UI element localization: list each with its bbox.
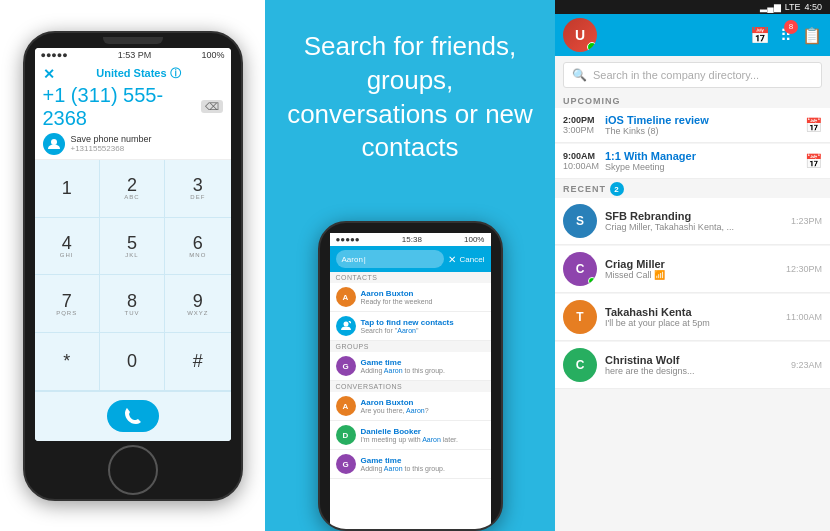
recent-msg-takahashi: I'll be at your place at 5pm <box>605 318 745 328</box>
right-lte: LTE <box>785 2 801 12</box>
upcoming-calendar-icon-2: 📅 <box>805 153 822 169</box>
recent-item-sfb[interactable]: S SFB Rebranding Criag Miller, Takahashi… <box>555 198 830 245</box>
recent-avatar-takahashi: T <box>563 300 597 334</box>
upcoming-calendar-icon-1: 📅 <box>805 117 822 133</box>
middle-phone-container: ●●●●● 15:38 100% Aaron | ✕ Cancel Contac… <box>318 185 503 531</box>
mid-search-text: Aaron <box>342 255 363 264</box>
search-placeholder: Search in the company directory... <box>593 69 759 81</box>
right-signal: ▂▄▆ <box>760 2 780 12</box>
home-button[interactable] <box>108 445 158 495</box>
svg-point-0 <box>51 139 57 145</box>
left-phone-section: ●●●●● 1:53 PM 100% ✕ United States ⓘ +1 … <box>0 0 265 531</box>
upcoming-times-1: 2:00PM 3:00PM <box>563 115 605 135</box>
mid-avatar-conv-aaron: A <box>336 396 356 416</box>
upcoming-end-1: 3:00PM <box>563 125 605 135</box>
key-0[interactable]: 0 <box>100 333 165 391</box>
calendar-icon[interactable]: 📅 <box>750 27 770 44</box>
mid-contact-aaron[interactable]: A Aaron Buxton Ready for the weekend <box>330 283 491 312</box>
key-1[interactable]: 1 <box>35 160 100 218</box>
mid-name-aaron: Aaron Buxton <box>361 289 433 298</box>
mid-group-game[interactable]: G Game time Adding Aaron to this group. <box>330 352 491 381</box>
recent-name-takahashi: Takahashi Kenta <box>605 306 782 318</box>
middle-section: Search for friends, groups, conversation… <box>265 0 555 531</box>
mid-avatar-danielle: D <box>336 425 356 445</box>
country-selector[interactable]: United States ⓘ <box>96 66 180 81</box>
upcoming-start-2: 9:00AM <box>563 151 605 161</box>
svg-point-1 <box>343 322 348 327</box>
recent-info-criag: Criag Miller Missed Call 📶 <box>605 258 782 280</box>
mid-group-name: Game time <box>361 358 445 367</box>
search-icon: 🔍 <box>572 68 587 82</box>
dialer-number-display: +1 (311) 555-2368 <box>43 84 201 130</box>
key-9[interactable]: 9 wxyz <box>165 275 230 333</box>
key-4[interactable]: 4 ghi <box>35 218 100 276</box>
key-star[interactable]: * <box>35 333 100 391</box>
right-header: U 📅 ⠿ 8 📋 <box>555 14 830 56</box>
mid-conv-aaron[interactable]: A Aaron Buxton Are you there, Aaron? <box>330 392 491 421</box>
mid-battery: 100% <box>464 235 484 244</box>
key-7[interactable]: 7 pqrs <box>35 275 100 333</box>
key-5[interactable]: 5 jkl <box>100 218 165 276</box>
call-button[interactable] <box>107 400 159 432</box>
svg-line-2 <box>349 321 351 323</box>
close-button[interactable]: ✕ <box>43 66 55 82</box>
user-avatar[interactable]: U <box>563 18 597 52</box>
recent-count-badge: 2 <box>610 182 624 196</box>
status-bar: ●●●●● 1:53 PM 100% <box>35 48 231 62</box>
recent-time-sfb: 1:23PM <box>791 216 822 226</box>
phone-notch <box>103 37 163 44</box>
recent-info-christina: Christina Wolf here are the designs... <box>605 354 787 376</box>
contacts-icon[interactable]: 📋 <box>802 26 822 45</box>
online-status-badge <box>587 42 597 52</box>
mid-avatar-conv-game: G <box>336 454 356 474</box>
mid-clear-icon[interactable]: ✕ <box>448 254 456 265</box>
backspace-button[interactable]: ⌫ <box>201 100 223 113</box>
key-3[interactable]: 3 def <box>165 160 230 218</box>
save-number: +13115552368 <box>71 144 152 153</box>
recent-avatar-criag: C <box>563 252 597 286</box>
mid-avatar-find <box>336 316 356 336</box>
left-phone-frame: ●●●●● 1:53 PM 100% ✕ United States ⓘ +1 … <box>23 31 243 501</box>
recent-info-sfb: SFB Rebranding Criag Miller, Takahashi K… <box>605 210 787 232</box>
recent-item-christina[interactable]: C Christina Wolf here are the designs...… <box>555 342 830 389</box>
mid-find-contacts[interactable]: Tap to find new contacts Search for "Aar… <box>330 312 491 341</box>
upcoming-item-2[interactable]: 9:00AM 10:00AM 1:1 With Manager Skype Me… <box>555 144 830 179</box>
key-hash[interactable]: # <box>165 333 230 391</box>
recent-avatar-christina: C <box>563 348 597 382</box>
right-header-icons: 📅 ⠿ 8 📋 <box>750 26 822 45</box>
upcoming-sub-1: The Kinks (8) <box>605 126 805 136</box>
recent-name-sfb: SFB Rebranding <box>605 210 787 222</box>
recent-msg-christina: here are the designs... <box>605 366 745 376</box>
right-search-bar[interactable]: 🔍 Search in the company directory... <box>563 62 822 88</box>
mid-cancel-button[interactable]: Cancel <box>460 255 485 264</box>
keypad-icon-wrapper: ⠿ 8 <box>780 26 792 45</box>
mid-conv-danielle[interactable]: D Danielle Booker I'm meeting up with Aa… <box>330 421 491 450</box>
key-2[interactable]: 2 abc <box>100 160 165 218</box>
mid-avatar-aaron: A <box>336 287 356 307</box>
mid-search-bar[interactable]: Aaron | ✕ Cancel <box>330 246 491 272</box>
recent-msg-sfb: Criag Miller, Takahashi Kenta, ... <box>605 222 745 232</box>
phone-screen: ●●●●● 1:53 PM 100% ✕ United States ⓘ +1 … <box>35 48 231 441</box>
key-6[interactable]: 6 mno <box>165 218 230 276</box>
key-8[interactable]: 8 tuv <box>100 275 165 333</box>
recent-info-takahashi: Takahashi Kenta I'll be at your place at… <box>605 306 782 328</box>
upcoming-item-1[interactable]: 2:00PM 3:00PM iOS Timeline review The Ki… <box>555 108 830 143</box>
battery-display: 100% <box>201 50 224 60</box>
mid-conv-name-aaron: Aaron Buxton <box>361 398 429 407</box>
mid-content: Contacts A Aaron Buxton Ready for the we… <box>330 272 491 529</box>
recent-section-label: RECENT 2 <box>555 180 830 198</box>
mid-groups-label: Groups <box>330 341 491 352</box>
mid-status-bar: ●●●●● 15:38 100% <box>330 233 491 246</box>
mid-search-input[interactable]: Aaron | <box>336 250 444 268</box>
mid-conv-msg-aaron: Are you there, Aaron? <box>361 407 429 414</box>
notification-badge: 8 <box>784 20 798 34</box>
calendar-icon-wrapper: 📅 <box>750 26 770 45</box>
mid-signal: ●●●●● <box>336 235 360 244</box>
recent-item-takahashi[interactable]: T Takahashi Kenta I'll be at your place … <box>555 294 830 341</box>
upcoming-title-2: 1:1 With Manager <box>605 150 805 162</box>
mid-conv-name-danielle: Danielle Booker <box>361 427 458 436</box>
recent-item-criag[interactable]: C Criag Miller Missed Call 📶 12:30PM <box>555 246 830 293</box>
recent-name-christina: Christina Wolf <box>605 354 787 366</box>
mid-group-status: Adding Aaron to this group. <box>361 367 445 374</box>
mid-conv-game[interactable]: G Game time Adding Aaron to this group. <box>330 450 491 479</box>
